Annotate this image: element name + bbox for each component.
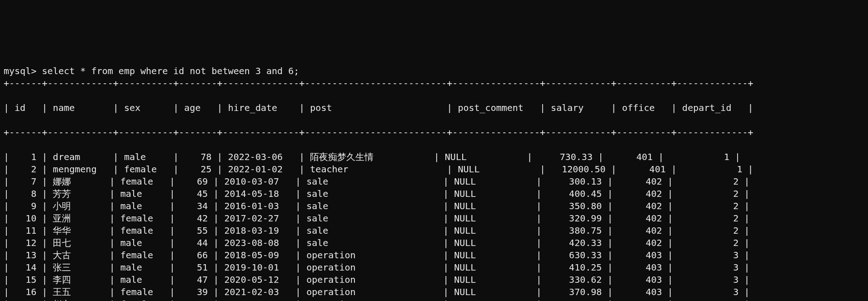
table-body: | 1 | dream | male | 78 | 2022-03-06 | 陌… [4,151,864,301]
table-row: | 13 | 大古 | female | 66 | 2018-05-09 | o… [4,249,864,261]
terminal-output: mysql> select * from emp where id not be… [4,53,864,301]
table-row: | 11 | 华华 | female | 55 | 2018-03-19 | s… [4,225,864,237]
table-row: | 8 | 芳芳 | male | 45 | 2014-05-18 | sale… [4,188,864,200]
table-row: | 17 | 赵六 | female | 36 | 2022-07-24 | o… [4,298,864,301]
table-border-top: +------+------------+----------+-------+… [4,77,864,90]
table-row: | 7 | 娜娜 | female | 69 | 2010-03-07 | sa… [4,176,864,188]
table-row: | 9 | 小明 | male | 34 | 2016-01-03 | sale… [4,200,864,212]
table-row: | 1 | dream | male | 78 | 2022-03-06 | 陌… [4,151,864,163]
table-row: | 12 | 田七 | male | 44 | 2023-08-08 | sal… [4,237,864,249]
table-header-row: | id | name | sex | age | hire_date | po… [4,102,864,114]
table-row: | 15 | 李四 | male | 47 | 2020-05-12 | ope… [4,274,864,286]
table-row: | 10 | 亚洲 | female | 42 | 2017-02-27 | s… [4,212,864,225]
mysql-prompt[interactable]: mysql> select * from emp where id not be… [4,65,299,76]
table-border-mid: +------+------------+----------+-------+… [4,126,864,139]
table-row: | 14 | 张三 | male | 51 | 2019-10-01 | ope… [4,261,864,274]
table-row: | 16 | 王五 | female | 39 | 2021-02-03 | o… [4,286,864,298]
table-row: | 2 | mengmeng | female | 25 | 2022-01-0… [4,163,864,176]
